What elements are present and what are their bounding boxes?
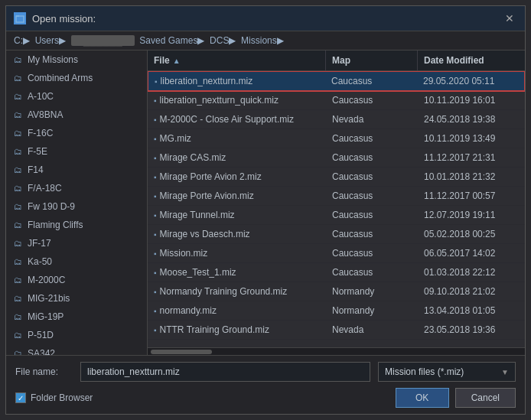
filename-input[interactable]: [80, 362, 370, 382]
filename-row: File name: Mission files (*.miz) ▼: [15, 362, 516, 382]
sidebar-item-mig21bis[interactable]: 🗂 MIG-21bis: [6, 289, 147, 308]
folder-icon: 🗂: [14, 312, 22, 321]
sidebar-item-label: Fw 190 D-9: [28, 201, 75, 212]
table-row[interactable]: ▪ Mirage vs Daesch.miz Caucasus 05.02.20…: [148, 225, 525, 244]
filetype-dropdown[interactable]: Mission files (*.miz) ▼: [378, 362, 516, 382]
file-cell: ▪ Mirage Tunnel.miz: [148, 206, 326, 224]
main-area: 🗂 My Missions 🗂 Combined Arms 🗂 A-10C 🗂 …: [6, 50, 525, 355]
date-cell: 24.05.2018 19:38: [418, 110, 525, 129]
sidebar-item-label: MiG-19P: [28, 311, 64, 322]
file-cell: ▪ Mirage CAS.miz: [148, 148, 326, 167]
scrollbar-thumb[interactable]: [151, 350, 212, 354]
bottom-area: File name: Mission files (*.miz) ▼ ✓ Fol…: [6, 355, 525, 414]
sidebar: 🗂 My Missions 🗂 Combined Arms 🗂 A-10C 🗂 …: [6, 50, 148, 355]
header-date[interactable]: Date Modified: [418, 50, 525, 70]
table-row[interactable]: ▪ liberation_nextturn.miz Caucasus 29.05…: [148, 71, 525, 91]
sidebar-item-mig19p[interactable]: 🗂 MiG-19P: [6, 308, 147, 326]
file-cell: ▪ Mirage Porte Avion 2.miz: [148, 168, 326, 186]
breadcrumb-text: C:▶ Users▶ ██████ Saved Games▶ DCS▶ Miss…: [14, 35, 284, 46]
file-icon: ▪: [154, 288, 157, 296]
folder-icon: 🗂: [14, 165, 22, 174]
date-cell: 10.01.2018 21:32: [418, 168, 525, 186]
sidebar-item-my-missions[interactable]: 🗂 My Missions: [6, 50, 147, 69]
file-cell: ▪ Mirage Porte Avion.miz: [148, 187, 326, 205]
horizontal-scrollbar[interactable]: [148, 347, 525, 355]
close-button[interactable]: ✕: [502, 11, 517, 26]
table-body: ▪ liberation_nextturn.miz Caucasus 29.05…: [148, 71, 525, 347]
map-cell: Caucasus: [326, 148, 418, 167]
table-row[interactable]: ▪ Normandy Training Ground.miz Normandy …: [148, 282, 525, 301]
sidebar-item-f5e[interactable]: 🗂 F-5E: [6, 142, 147, 161]
sidebar-list: 🗂 My Missions 🗂 Combined Arms 🗂 A-10C 🗂 …: [6, 50, 147, 355]
table-row[interactable]: ▪ Mirage Tunnel.miz Caucasus 12.07.2019 …: [148, 206, 525, 225]
file-cell: ▪ Moose_Test_1.miz: [148, 263, 326, 282]
file-cell: ▪ Mission.miz: [148, 244, 326, 262]
map-cell: Caucasus: [326, 244, 418, 262]
file-icon: ▪: [154, 116, 157, 124]
file-cell: ▪ normandy.miz: [148, 301, 326, 320]
sidebar-item-f16c[interactable]: 🗂 F-16C: [6, 124, 147, 142]
dialog-title: Open mission:: [32, 13, 96, 24]
sidebar-item-sa342[interactable]: 🗂 SA342: [6, 344, 147, 355]
sidebar-item-flaming-cliffs[interactable]: 🗂 Flaming Cliffs: [6, 216, 147, 234]
sidebar-item-fa18c[interactable]: 🗂 F/A-18C: [6, 179, 147, 197]
date-cell: 11.12.2017 21:31: [418, 148, 525, 167]
table-row[interactable]: ▪ MG.miz Caucasus 10.11.2019 13:49: [148, 129, 525, 148]
folder-icon: 🗂: [14, 239, 22, 248]
chevron-down-icon: ▼: [501, 368, 509, 376]
folder-icon: 🗂: [14, 257, 22, 266]
sidebar-item-label: AV8BNA: [28, 109, 63, 120]
filetype-label: Mission files (*.miz): [385, 366, 464, 377]
folder-icon: 🗂: [14, 92, 22, 101]
file-cell: ▪ MG.miz: [148, 129, 326, 148]
file-cell: ▪ M-2000C - Close Air Support.miz: [148, 110, 326, 129]
sidebar-item-label: Flaming Cliffs: [28, 220, 83, 230]
sidebar-item-f14[interactable]: 🗂 F14: [6, 161, 147, 179]
table-row[interactable]: ▪ Mirage CAS.miz Caucasus 11.12.2017 21:…: [148, 148, 525, 168]
sidebar-item-a10c[interactable]: 🗂 A-10C: [6, 87, 147, 106]
ok-button[interactable]: OK: [396, 388, 449, 408]
header-map[interactable]: Map: [326, 50, 418, 70]
table-row[interactable]: ▪ Mission.miz Caucasus 06.05.2017 14:02: [148, 244, 525, 263]
file-icon: ▪: [154, 96, 157, 105]
map-cell: Caucasus: [326, 206, 418, 224]
map-cell: Nevada: [326, 321, 418, 339]
sidebar-item-label: My Missions: [28, 54, 78, 65]
sidebar-item-jf17[interactable]: 🗂 JF-17: [6, 234, 147, 252]
folder-browser-checkbox[interactable]: ✓: [15, 392, 26, 403]
file-cell: ▪ Normandy Training Ground.miz: [148, 282, 326, 301]
folder-browser-toggle[interactable]: ✓ Folder Browser: [15, 392, 93, 403]
sidebar-item-label: A-10C: [28, 91, 54, 102]
table-row[interactable]: ▪ M-2000C - Close Air Support.miz Nevada…: [148, 110, 525, 129]
file-icon: ▪: [154, 307, 157, 315]
header-file[interactable]: File ▲: [148, 50, 326, 70]
folder-icon: 🗂: [14, 349, 22, 355]
sidebar-item-p51d[interactable]: 🗂 P-51D: [6, 326, 147, 344]
sidebar-item-av8bna[interactable]: 🗂 AV8BNA: [6, 106, 147, 124]
sidebar-item-ka50[interactable]: 🗂 Ka-50: [6, 252, 147, 271]
file-cell: ▪ liberation_nextturn.miz: [148, 72, 325, 90]
table-row[interactable]: ▪ Moose_Test_1.miz Caucasus 01.03.2018 2…: [148, 263, 525, 282]
file-cell: ▪ NTTR Training Ground.miz: [148, 321, 326, 339]
folder-icon: 🗂: [14, 330, 22, 340]
sidebar-item-fw190d9[interactable]: 🗂 Fw 190 D-9: [6, 197, 147, 216]
table-row[interactable]: ▪ normandy.miz Normandy 13.04.2018 01:05: [148, 301, 525, 321]
folder-icon: 🗂: [14, 110, 22, 119]
table-row[interactable]: ▪ Mirage Porte Avion 2.miz Caucasus 10.0…: [148, 168, 525, 187]
table-row[interactable]: ▪ Mirage Porte Avion.miz Caucasus 11.12.…: [148, 187, 525, 206]
sidebar-item-combined-arms[interactable]: 🗂 Combined Arms: [6, 69, 147, 87]
cancel-button[interactable]: Cancel: [455, 388, 516, 408]
date-cell: 09.10.2018 21:02: [418, 282, 525, 301]
table-row[interactable]: ▪ NTTR Training Ground.miz Nevada 23.05.…: [148, 321, 525, 340]
date-cell: 23.05.2018 19:36: [418, 321, 525, 339]
folder-icon: 🗂: [14, 73, 22, 83]
folder-icon: 🗂: [14, 129, 22, 138]
map-cell: Caucasus: [326, 129, 418, 148]
sidebar-item-m2000c[interactable]: 🗂 M-2000C: [6, 271, 147, 289]
actions-row: ✓ Folder Browser OK Cancel: [15, 388, 516, 408]
map-cell: Caucasus: [326, 225, 418, 243]
table-row[interactable]: ▪ liberation_nextturn_quick.miz Caucasus…: [148, 91, 525, 110]
content-area: File ▲ Map Date Modified ▪ liberation_n: [148, 50, 525, 355]
open-mission-dialog: Open mission: ✕ C:▶ Users▶ ██████ Saved …: [5, 5, 526, 415]
sidebar-item-label: F14: [28, 164, 44, 175]
